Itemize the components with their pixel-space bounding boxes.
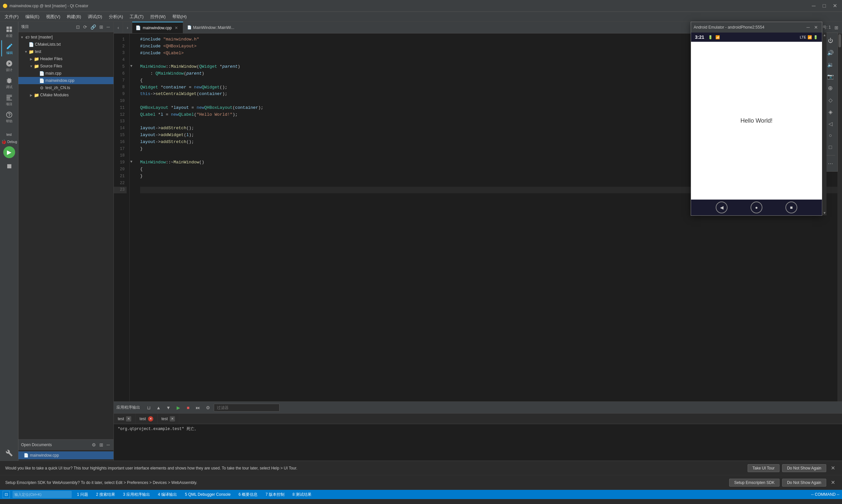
notification-sdk-close[interactable]: ✕ <box>829 479 837 487</box>
menu-edit[interactable]: 编辑(E) <box>22 13 43 21</box>
sidebar-item-debug[interactable]: 调试 <box>1 74 17 91</box>
sidebar-item-build2[interactable] <box>1 447 17 458</box>
emulator-zoom-btn[interactable]: ⊕ <box>825 83 836 93</box>
output-search-input[interactable] <box>214 404 280 412</box>
tree-item-cmake-modules[interactable]: ▶ 📁 CMake Modules <box>18 91 113 98</box>
emulator-scroll-down[interactable]: ▼ <box>822 211 827 215</box>
emulator-back-btn[interactable]: ◁ <box>825 118 836 129</box>
output-run-btn[interactable]: ▶ <box>174 404 182 412</box>
filter-icon[interactable]: ⊡ <box>75 24 81 30</box>
phone-home-btn[interactable]: ● <box>751 201 763 213</box>
tree-item-mainwindow[interactable]: 📄 mainwindow.cpp <box>18 77 113 84</box>
status-search-input[interactable] <box>13 491 72 498</box>
open-docs-close-icon[interactable]: ─ <box>106 442 111 448</box>
do-not-show-again-sdk-button[interactable]: Do Not Show Again <box>782 479 826 487</box>
tree-label-headers: Header Files <box>40 57 62 61</box>
output-tab-1[interactable]: test ✕ <box>114 414 136 424</box>
maximize-button[interactable]: □ <box>820 1 829 11</box>
run-button[interactable]: ▶ <box>3 146 15 158</box>
tab-close-btn[interactable]: ✕ <box>174 25 179 31</box>
link-icon[interactable]: 🔗 <box>89 24 97 30</box>
tab-prev-btn[interactable]: ‹ <box>114 22 123 33</box>
scroll-thumb[interactable] <box>838 34 841 47</box>
status-tab-general[interactable]: 6 概要信息 <box>236 491 260 498</box>
menu-widgets[interactable]: 控件(W) <box>147 13 169 21</box>
status-tab-search[interactable]: 2 搜索结果 <box>93 491 118 498</box>
emulator-scroll-up[interactable]: ▲ <box>822 33 827 37</box>
emulator-square-btn[interactable]: □ <box>825 142 836 152</box>
status-tab-issues[interactable]: 1 问题 <box>74 491 91 498</box>
fold-arrow-19[interactable]: ▼ <box>130 159 132 165</box>
editor-split-icon[interactable]: ⊞ <box>834 24 839 31</box>
open-docs-title: Open Documents <box>21 443 52 447</box>
do-not-show-again-tour-button[interactable]: Do Not Show Again <box>782 464 826 472</box>
tree-item-ts[interactable]: ⚙ test_zh_CN.ts <box>18 84 113 91</box>
tree-item-root[interactable]: ▼ 🏷 test [master] <box>18 34 113 41</box>
take-ui-tour-button[interactable]: Take UI Tour <box>748 464 780 472</box>
status-tab-qml[interactable]: 5 QML Debugger Console <box>182 491 233 498</box>
tree-item-headers[interactable]: ▶ 📁 Header Files <box>18 55 113 62</box>
phone-back-btn[interactable]: ◀ <box>716 201 728 213</box>
emulator-close-btn[interactable]: ✕ <box>813 24 819 31</box>
tree-item-cmake[interactable]: 📄 CMakeLists.txt <box>18 41 113 48</box>
emulator-camera-btn[interactable]: 📷 <box>825 71 836 82</box>
close-panel-icon[interactable]: ─ <box>106 24 111 30</box>
kit-selector[interactable]: 🐞 Debug <box>1 139 17 144</box>
open-doc-mainwindow[interactable]: 📄 mainwindow.cpp <box>18 451 113 459</box>
emulator-minimize-btn[interactable]: ─ <box>805 24 811 31</box>
tree-item-test-folder[interactable]: ▼ 📁 test <box>18 48 113 55</box>
emulator-rotate-left-btn[interactable]: ◇ <box>825 95 836 105</box>
tree-item-sources[interactable]: ▼ 📁 Source Files <box>18 62 113 70</box>
notification-tour-close[interactable]: ✕ <box>829 464 837 472</box>
emulator-vol-down-btn[interactable]: 🔉 <box>825 59 836 70</box>
menu-build[interactable]: 构建(B) <box>64 13 84 21</box>
emulator-more-btn[interactable]: ⋯ <box>825 158 836 169</box>
output-up-btn[interactable]: ▲ <box>155 404 162 412</box>
menu-help[interactable]: 帮助(H) <box>169 13 190 21</box>
output-settings-btn[interactable]: ⚙ <box>204 404 212 412</box>
sidebar-item-help[interactable]: 帮助 <box>1 108 17 125</box>
tab-mainwindow[interactable]: 📄 mainwindow.cpp ✕ <box>132 22 183 33</box>
tree-item-main[interactable]: 📄 main.cpp <box>18 70 113 77</box>
setup-sdk-button[interactable]: Setup Emscripten SDK <box>729 479 780 487</box>
menu-debug[interactable]: 调试(D) <box>85 13 106 21</box>
output-tab-1-close[interactable]: ✕ <box>126 416 131 421</box>
tab-next-btn[interactable]: › <box>123 22 132 33</box>
output-down-btn[interactable]: ▼ <box>164 404 172 412</box>
sidebar-item-edit[interactable]: 编辑 <box>1 40 17 57</box>
status-panel-toggle[interactable]: ⊡ <box>3 491 10 498</box>
status-tab-output[interactable]: 3 应用程序输出 <box>120 491 153 498</box>
menu-view[interactable]: 视图(V) <box>43 13 64 21</box>
editor-scrollbar[interactable] <box>837 34 842 401</box>
sidebar-item-welcome[interactable]: 欢迎 <box>1 23 17 39</box>
sync-icon[interactable]: ⟳ <box>82 24 88 30</box>
menu-file[interactable]: 文件(F) <box>1 13 22 21</box>
minimize-button[interactable]: ─ <box>809 1 818 11</box>
output-tab-3[interactable]: test ✕ <box>158 414 179 424</box>
open-docs-settings-icon[interactable]: ⚙ <box>91 442 97 448</box>
close-button[interactable]: ✕ <box>830 1 839 11</box>
phone-recents-btn[interactable]: ■ <box>785 201 797 213</box>
output-tab-2[interactable]: test ✕ <box>136 414 157 424</box>
file-icon-main: 📄 <box>39 71 45 76</box>
fold-arrow-5[interactable]: ▼ <box>130 64 132 69</box>
emulator-vol-up-btn[interactable]: 🔊 <box>825 47 836 58</box>
emulator-home2-btn[interactable]: ○ <box>825 130 836 141</box>
output-attach-btn[interactable]: ⊔ <box>145 404 153 412</box>
output-next-btn[interactable]: ⏭ <box>194 404 202 412</box>
stop-button[interactable]: ⏹ <box>3 160 15 172</box>
menu-tools[interactable]: 工具(T) <box>126 13 147 21</box>
status-tab-compile[interactable]: 4 编译输出 <box>155 491 180 498</box>
emulator-rotate-right-btn[interactable]: ◈ <box>825 107 836 117</box>
output-tab-3-close[interactable]: ✕ <box>170 416 175 421</box>
menu-analyze[interactable]: 分析(A) <box>106 13 126 21</box>
status-tab-vcs[interactable]: 7 版本控制 <box>263 491 287 498</box>
add-panel-icon[interactable]: ⊞ <box>98 24 104 30</box>
output-tab-2-close[interactable]: ✕ <box>148 416 153 421</box>
open-docs-add-icon[interactable]: ⊞ <box>98 442 104 448</box>
sidebar-item-design[interactable]: 设计 <box>1 57 17 74</box>
status-tab-tests[interactable]: 8 测试结果 <box>290 491 314 498</box>
sidebar-item-projects[interactable]: 项目 <box>1 91 17 108</box>
phone-status-bar: 3:21 🔋 📶 LTE 📶 🔋 <box>691 33 822 42</box>
output-stop-btn[interactable]: ■ <box>184 404 192 412</box>
